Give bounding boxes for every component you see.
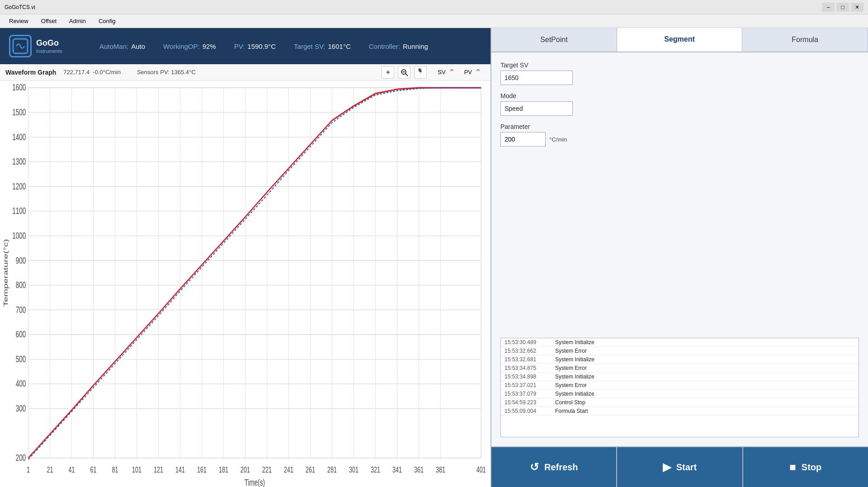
right-panel: SetPoint Segment Formula Target SV Mode …: [491, 28, 868, 487]
log-container[interactable]: 15:53:30.489 System Initialize 15:53:32.…: [500, 338, 859, 437]
logo-icon: [9, 35, 32, 57]
stat-pv: PV: 1590.9°C: [234, 43, 276, 50]
svg-text:600: 600: [16, 329, 26, 340]
svg-text:900: 900: [16, 255, 26, 266]
svg-text:321: 321: [371, 464, 380, 474]
refresh-button[interactable]: ↺ Refresh: [491, 447, 617, 487]
menu-review[interactable]: Review: [4, 16, 34, 26]
target-sv-input[interactable]: [500, 71, 573, 85]
svg-text:281: 281: [327, 464, 337, 474]
svg-text:1200: 1200: [12, 181, 26, 192]
svg-text:300: 300: [16, 403, 26, 414]
logo-area: GoGo Instruments: [9, 35, 81, 57]
svg-text:341: 341: [392, 464, 402, 474]
legend-sv: SV ⌃: [438, 68, 455, 76]
stat-target-sv: Target SV: 1601°C: [294, 43, 351, 50]
svg-text:1600: 1600: [12, 82, 26, 93]
graph-container: Waveform Graph 722,717.4 -0.0°C/min Sens…: [0, 64, 491, 487]
mode-group: Mode Speed Time Manual: [500, 92, 859, 116]
svg-text:161: 161: [197, 464, 207, 474]
refresh-icon: ↺: [530, 461, 539, 473]
pv-line-icon: ⌃: [475, 68, 481, 76]
tab-segment[interactable]: Segment: [617, 28, 743, 52]
zoom-out-button[interactable]: [398, 66, 410, 79]
pv-label: PV: [464, 69, 472, 76]
svg-text:1500: 1500: [12, 107, 26, 118]
right-content: Target SV Mode Speed Time Manual Paramet…: [491, 52, 868, 446]
waveform-chart: 1600 1500 1400 1300 1200 1100 1000 900 8…: [0, 80, 491, 487]
svg-text:41: 41: [69, 464, 75, 474]
graph-toolbar: Waveform Graph 722,717.4 -0.0°C/min Sens…: [0, 64, 491, 80]
svg-text:Temperature(°c): Temperature(°c): [2, 239, 9, 307]
svg-text:21: 21: [47, 464, 53, 474]
svg-text:1: 1: [27, 464, 30, 474]
mode-select[interactable]: Speed Time Manual: [500, 101, 573, 116]
pan-button[interactable]: [414, 66, 427, 79]
svg-text:800: 800: [16, 279, 26, 290]
stat-controller: Controller: Running: [369, 43, 428, 50]
bottom-bar: ↺ Refresh ▶ Start ■ Stop: [491, 446, 868, 487]
menu-offset[interactable]: Offset: [36, 16, 62, 26]
sv-label: SV: [438, 69, 445, 76]
legend-pv: PV ⌃: [464, 68, 481, 76]
title-bar: GoGoTCS.vi – □ ✕: [0, 0, 868, 14]
stop-icon: ■: [789, 461, 796, 473]
start-label: Start: [676, 462, 697, 473]
svg-text:141: 141: [175, 464, 185, 474]
svg-text:81: 81: [112, 464, 118, 474]
svg-text:121: 121: [154, 464, 163, 474]
svg-text:1300: 1300: [12, 156, 26, 167]
target-sv-group: Target SV: [500, 61, 859, 85]
legend-area: SV ⌃ PV ⌃: [434, 68, 485, 76]
svg-text:1400: 1400: [12, 132, 26, 142]
menu-config[interactable]: Config: [93, 16, 121, 26]
start-button[interactable]: ▶ Start: [617, 447, 743, 487]
mode-label: Mode: [500, 92, 859, 99]
sv-line-icon: ⌃: [448, 68, 455, 76]
logo-sub: Instruments: [36, 48, 62, 54]
svg-text:1100: 1100: [12, 205, 26, 216]
logo-name: GoGo: [36, 38, 62, 48]
graph-title: Waveform Graph: [5, 69, 56, 76]
svg-text:361: 361: [414, 464, 424, 474]
graph-tools: +: [382, 66, 427, 79]
minimize-button[interactable]: –: [822, 3, 835, 12]
svg-text:221: 221: [262, 464, 272, 474]
tab-setpoint[interactable]: SetPoint: [491, 28, 617, 52]
menu-admin[interactable]: Admin: [64, 16, 91, 26]
log-row: 15:54:59.223 Control Stop: [501, 398, 859, 407]
close-button[interactable]: ✕: [851, 3, 863, 12]
svg-line-2: [406, 74, 408, 76]
stat-workingop: WorkingOP: 92%: [163, 43, 216, 50]
start-icon: ▶: [663, 461, 671, 473]
svg-text:261: 261: [306, 464, 315, 474]
parameter-input[interactable]: [500, 132, 546, 147]
svg-text:Time(s): Time(s): [245, 477, 265, 487]
logo-text-block: GoGo Instruments: [36, 38, 62, 54]
parameter-row: °C/min: [500, 132, 859, 147]
svg-text:201: 201: [241, 464, 250, 474]
tab-bar: SetPoint Segment Formula: [491, 28, 868, 52]
stat-automan: AutoMan: Auto: [99, 43, 145, 50]
stop-button[interactable]: ■ Stop: [743, 447, 868, 487]
refresh-label: Refresh: [544, 462, 578, 473]
log-row: 15:53:30.489 System Initialize: [501, 338, 859, 347]
parameter-group: Parameter °C/min: [500, 123, 859, 147]
log-row: 15:53:34.898 System Initialize: [501, 373, 859, 381]
target-sv-label: Target SV: [500, 61, 859, 69]
log-row: 15:53:32.681 System Initialize: [501, 355, 859, 364]
svg-text:381: 381: [436, 464, 445, 474]
zoom-add-button[interactable]: +: [382, 66, 394, 79]
parameter-unit: °C/min: [549, 136, 567, 143]
main-container: GoGo Instruments AutoMan: Auto WorkingOP…: [0, 28, 868, 487]
header-bar: GoGo Instruments AutoMan: Auto WorkingOP…: [0, 28, 491, 64]
svg-text:241: 241: [284, 464, 293, 474]
svg-text:301: 301: [349, 464, 359, 474]
svg-rect-4: [28, 88, 481, 458]
svg-text:200: 200: [16, 452, 26, 463]
svg-text:700: 700: [16, 304, 26, 315]
tab-formula[interactable]: Formula: [742, 28, 868, 52]
app-title: GoGoTCS.vi: [5, 4, 35, 10]
log-row: 15:55:09.004 Formula Start: [501, 407, 859, 416]
maximize-button[interactable]: □: [836, 3, 849, 12]
